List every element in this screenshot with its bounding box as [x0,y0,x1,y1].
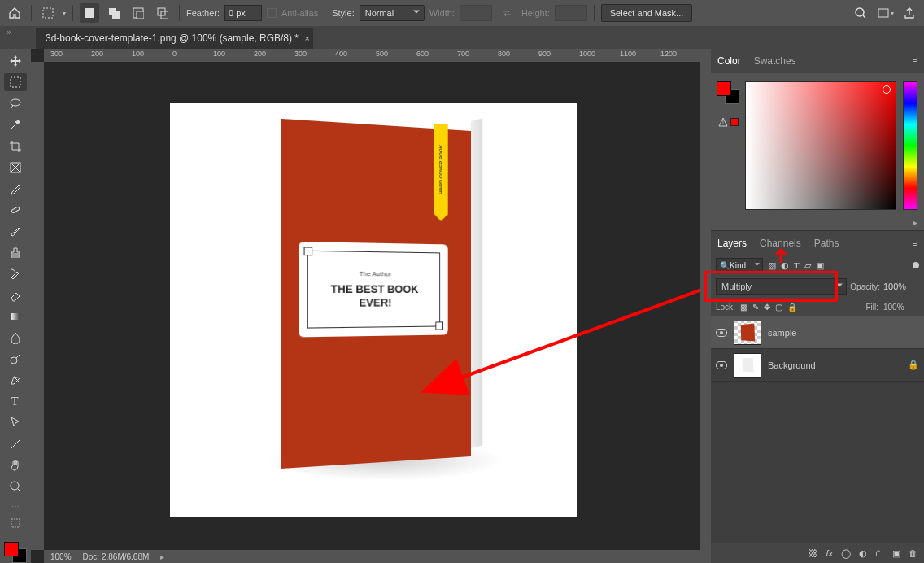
tab-color[interactable]: Color [717,55,741,67]
gamut-warning-icon[interactable]: ! [718,117,739,127]
color-field[interactable] [745,81,896,210]
type-tool-icon[interactable]: T [4,392,27,410]
pen-tool-icon[interactable] [4,371,27,389]
lasso-tool-icon[interactable] [4,94,27,112]
zoom-tool-icon[interactable] [4,478,27,495]
filter-smart-icon[interactable]: ▣ [816,260,824,271]
tab-swatches[interactable]: Swatches [754,55,796,67]
selection-intersect-icon[interactable] [153,3,172,23]
style-select[interactable]: Normal [360,5,425,21]
opacity-label: Opacity: [850,282,880,291]
visibility-icon[interactable] [716,329,727,337]
layer-thumbnail[interactable] [734,321,761,345]
filter-type-icon[interactable]: T [794,260,800,270]
document-tab[interactable]: 3d-book-cover-template-1.png @ 100% (sam… [36,28,313,49]
doc-size: Doc: 2.86M/6.68M [83,552,150,561]
magic-wand-tool-icon[interactable] [4,116,27,133]
marquee-tool-icon[interactable] [4,73,27,91]
foreground-background-swatch[interactable] [4,542,27,563]
hue-slider[interactable] [903,81,917,210]
blend-mode-select[interactable]: Multiply [716,278,847,295]
line-tool-icon[interactable] [4,435,27,453]
close-tab-icon[interactable]: × [305,33,310,43]
filter-toggle-icon[interactable] [913,262,919,268]
link-layers-icon[interactable]: ⛓ [808,548,817,558]
layer-name[interactable]: Background [768,360,816,370]
fx-icon[interactable]: fx [826,548,833,558]
crop-tool-icon[interactable] [4,137,27,155]
status-chevron-icon[interactable]: ▸ [160,552,164,561]
frame-icon[interactable]: ▾ [875,3,895,23]
selection-new-icon[interactable] [80,3,99,23]
svg-rect-10 [11,77,20,87]
canvas-area: 300 200 100 0 100 200 300 400 500 600 70… [31,49,700,563]
new-layer-icon[interactable]: ▣ [892,548,900,559]
document-tab-bar: » 3d-book-cover-template-1.png @ 100% (s… [0,26,924,49]
filter-adjust-icon[interactable]: ◐ [781,260,789,271]
filter-kind-select[interactable]: 🔍Kind [716,258,763,273]
search-icon[interactable] [851,3,870,23]
more-tools-icon[interactable]: ⋯ [11,502,20,511]
tab-layers[interactable]: Layers [717,238,747,249]
healing-tool-icon[interactable] [4,201,27,219]
lock-artboard-icon[interactable]: ▢ [775,303,782,312]
filter-shape-icon[interactable]: ▱ [804,260,811,271]
color-fg-bg-swatch[interactable] [717,81,739,104]
eraser-tool-icon[interactable] [4,286,27,304]
vertical-ruler[interactable] [31,62,44,550]
opacity-value[interactable]: 100% [883,282,919,291]
history-brush-tool-icon[interactable] [4,264,27,282]
lock-pixels-icon[interactable]: ✎ [752,303,759,312]
feather-input[interactable] [224,5,262,21]
frame-tool-icon[interactable] [4,159,27,177]
delete-layer-icon[interactable]: 🗑 [909,548,917,558]
canvas[interactable]: HARD COVER BOOK The Author THE BEST BOOK… [44,62,700,550]
selection-add-icon[interactable] [104,3,124,23]
mask-icon[interactable]: ◯ [841,548,851,559]
lock-icon[interactable]: 🔒 [908,360,919,370]
panel-menu-icon[interactable]: ≡ [913,238,917,248]
adjustment-icon[interactable]: ◐ [859,548,867,559]
lock-all-icon[interactable]: 🔒 [787,303,797,312]
path-select-tool-icon[interactable] [4,413,27,431]
marquee-preset-icon[interactable] [38,3,58,23]
blend-row: Multiply Opacity: 100% [711,276,924,297]
svg-point-15 [11,357,17,364]
color-switch-icon[interactable]: ▸ [711,218,924,230]
selection-subtract-icon[interactable] [129,3,148,23]
lock-label: Lock: [716,303,735,312]
tab-paths[interactable]: Paths [814,238,839,249]
svg-rect-13 [11,207,20,213]
filter-pixel-icon[interactable]: ▧ [768,260,776,271]
panel-menu-icon[interactable]: ≡ [913,56,917,66]
home-icon[interactable] [5,3,24,23]
brush-tool-icon[interactable] [4,222,27,240]
group-icon[interactable]: 🗀 [875,548,884,558]
lock-transparency-icon[interactable]: ▩ [740,303,747,312]
collapse-chevrons-icon[interactable]: » [7,28,11,37]
stamp-tool-icon[interactable] [4,243,27,261]
layer-item-background[interactable]: Background 🔒 [711,349,924,382]
share-icon[interactable] [900,3,919,23]
layer-thumbnail[interactable] [734,353,761,378]
layers-panel: 🔍Kind ▧ ◐ T ▱ ▣ Multiply Opacity: 100% L… [711,255,924,563]
dodge-tool-icon[interactable] [4,350,27,368]
panel-collapse-strip[interactable] [700,49,711,563]
fill-value[interactable]: 100% [883,303,919,312]
blur-tool-icon[interactable] [4,329,27,347]
gradient-tool-icon[interactable] [4,308,27,325]
antialias-label: Anti-alias [281,8,318,18]
layer-name[interactable]: sample [768,328,796,338]
move-tool-icon[interactable] [4,52,27,70]
author-text: The Author [360,270,391,278]
horizontal-ruler[interactable]: 300 200 100 0 100 200 300 400 500 600 70… [44,49,700,62]
zoom-value[interactable]: 100% [50,552,72,561]
layer-item-sample[interactable]: sample [711,316,924,349]
hand-tool-icon[interactable] [4,456,27,474]
lock-position-icon[interactable]: ✥ [764,303,770,312]
select-and-mask-button[interactable]: Select and Mask... [601,4,693,22]
visibility-icon[interactable] [716,361,727,369]
edit-toolbar-icon[interactable] [4,514,27,532]
eyedropper-tool-icon[interactable] [4,180,27,198]
tab-channels[interactable]: Channels [760,238,801,249]
